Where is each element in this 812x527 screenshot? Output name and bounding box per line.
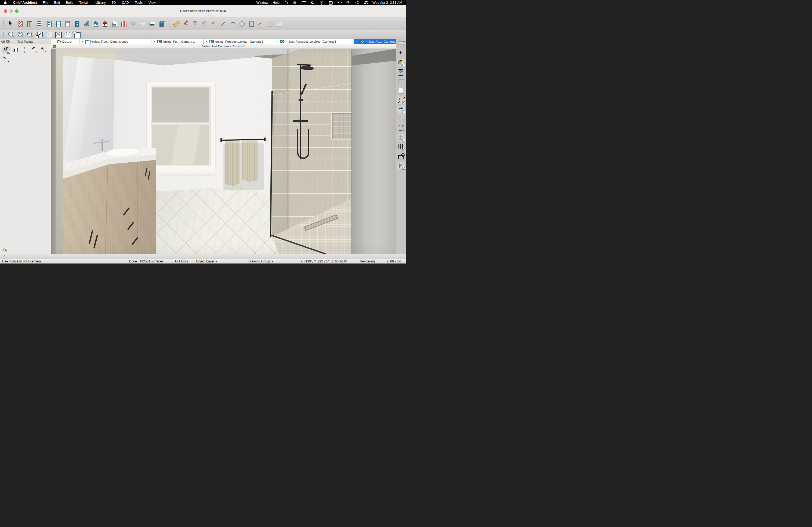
- grid-display-icon[interactable]: [397, 134, 405, 141]
- auto-rebuild-floor-icon[interactable]: [397, 59, 405, 66]
- build-floor-icon[interactable]: [92, 20, 99, 27]
- rebuild-3d-icon[interactable]: [397, 69, 405, 75]
- rectangle-outline-icon[interactable]: [397, 78, 405, 85]
- shed-icon[interactable]: [120, 20, 127, 27]
- layer-sets-icon[interactable]: [397, 40, 405, 47]
- toolbar-drag-handle[interactable]: [2, 21, 5, 27]
- soffit-icon[interactable]: [148, 20, 156, 27]
- tab-close-icon[interactable]: [153, 40, 156, 43]
- select-3d-objects-tool[interactable]: [2, 55, 10, 63]
- minimize-window-button[interactable]: [10, 10, 13, 13]
- point-camera-tool[interactable]: [40, 46, 47, 54]
- build-roof-icon[interactable]: [102, 20, 108, 27]
- menu-edit[interactable]: Edit: [54, 1, 60, 4]
- window-icon[interactable]: [55, 20, 61, 27]
- zoom-window-button[interactable]: [15, 10, 18, 13]
- menu-library[interactable]: Library: [95, 1, 105, 4]
- keyboard-switcher-icon[interactable]: [328, 1, 333, 5]
- tab-floor-plan[interactable]: *miles: Floo... Dimensioned: [79, 39, 151, 44]
- status-floors[interactable]: All Floors: [175, 259, 188, 263]
- pan-camera-tool[interactable]: [12, 46, 19, 54]
- battery-icon[interactable]: [337, 1, 342, 5]
- screen-recording-icon[interactable]: [319, 1, 324, 5]
- palette-settings-gear-icon[interactable]: [2, 248, 9, 253]
- focus-moon-icon[interactable]: [310, 1, 315, 5]
- toolbar-drag-handle[interactable]: [2, 32, 5, 37]
- menu-view[interactable]: View: [148, 1, 156, 4]
- menu-terrain[interactable]: Terrain: [79, 1, 89, 4]
- perspective-crop-icon[interactable]: [397, 153, 405, 160]
- orbit-sideways-tool[interactable]: [30, 46, 38, 54]
- skylight-icon[interactable]: [139, 20, 146, 27]
- tab-close-icon[interactable]: [53, 40, 56, 43]
- menu-clock[interactable]: Wed Apr 2 2:31 AM: [373, 1, 402, 4]
- move-camera-tool[interactable]: [21, 46, 28, 54]
- menu-cad[interactable]: CAD: [122, 1, 129, 4]
- tab-dashboard[interactable]: Da...rd: [51, 39, 79, 44]
- electrical-outlet-icon[interactable]: [73, 20, 80, 27]
- snap-grid-icon[interactable]: [397, 144, 405, 151]
- tab-close-icon[interactable]: [205, 40, 208, 43]
- text-scaling-icon[interactable]: [397, 96, 405, 104]
- tab-camera-6[interactable]: *miles: Perspect...rview - Camera 6: [204, 39, 274, 44]
- text-with-arrow-icon[interactable]: [182, 20, 189, 27]
- cad-line-icon[interactable]: [220, 20, 227, 27]
- tab-close-icon[interactable]: [81, 40, 84, 43]
- 3d-viewport[interactable]: [51, 49, 396, 254]
- tab-camera-8[interactable]: *miles: Perspecti...erview - Camera 8: [274, 39, 354, 44]
- close-window-button[interactable]: [4, 10, 7, 13]
- view-close-icon[interactable]: [53, 45, 56, 48]
- cad-circle-icon[interactable]: [238, 20, 245, 27]
- dimension-display-icon[interactable]: [397, 106, 405, 113]
- tab-camera-9-active[interactable]: *miles: Fu...- Camera 9: [354, 39, 399, 44]
- palette-close-icon[interactable]: [1, 40, 5, 43]
- curve-smoothing-icon[interactable]: [397, 115, 405, 122]
- cad-box-icon[interactable]: [248, 20, 255, 27]
- zoom-icon[interactable]: [8, 31, 14, 38]
- control-center-icon[interactable]: [364, 1, 368, 5]
- select-objects-icon[interactable]: [8, 20, 14, 27]
- zoom-out-icon[interactable]: [26, 31, 33, 38]
- toolbar-drag-handle[interactable]: [3, 255, 6, 258]
- crosshair-icon[interactable]: [397, 50, 405, 57]
- tab-close-icon[interactable]: [356, 40, 359, 43]
- tab-close-icon[interactable]: [276, 40, 278, 43]
- rich-text-icon[interactable]: [191, 20, 199, 27]
- menu-3d[interactable]: 3D: [112, 1, 116, 4]
- pan-window-icon[interactable]: [73, 31, 80, 38]
- framing-icon[interactable]: [267, 20, 274, 27]
- palette-undock-icon[interactable]: [6, 40, 10, 43]
- menu-window[interactable]: Window: [257, 1, 268, 4]
- menu-tools[interactable]: Tools: [135, 1, 143, 4]
- fill-window-building-icon[interactable]: [64, 31, 71, 38]
- menu-file[interactable]: File: [43, 1, 48, 4]
- door-icon[interactable]: [45, 20, 52, 27]
- print-preview-icon[interactable]: [397, 87, 405, 94]
- display-mirroring-icon[interactable]: [302, 1, 306, 5]
- straight-wall-icon[interactable]: [17, 20, 24, 27]
- curved-wall-icon[interactable]: [36, 20, 43, 27]
- stairs-icon[interactable]: [83, 20, 90, 27]
- spotlight-search-icon[interactable]: [355, 1, 359, 5]
- zoom-to-selected-icon[interactable]: [36, 31, 43, 38]
- fill-window-icon[interactable]: [55, 31, 61, 38]
- cad-arc-icon[interactable]: [229, 20, 236, 27]
- orbit-camera-tool[interactable]: [2, 46, 10, 54]
- menu-app-name[interactable]: Chief Architect: [13, 1, 37, 4]
- cad-detail-icon[interactable]: CAD: [276, 20, 283, 27]
- menu-help[interactable]: Help: [273, 1, 279, 4]
- show-axes-icon[interactable]: [397, 125, 405, 132]
- menu-build[interactable]: Build: [66, 1, 73, 4]
- cad-spline-icon[interactable]: [257, 20, 264, 27]
- apple-menu-icon[interactable]: [4, 1, 7, 4]
- hearing-icon[interactable]: [284, 1, 288, 5]
- cabinet-icon[interactable]: [64, 20, 71, 27]
- undo-zoom-icon[interactable]: [45, 31, 52, 38]
- straight-railing-icon[interactable]: [26, 20, 33, 27]
- chrome-icon[interactable]: [293, 1, 297, 5]
- ray-casting-icon[interactable]: [397, 162, 405, 169]
- dimension-ruler-icon[interactable]: [173, 20, 180, 27]
- tab-camera-1[interactable]: *miles: Fu...- Camera 1: [151, 39, 204, 44]
- roof-plane-icon[interactable]: [130, 20, 137, 27]
- zoom-in-icon[interactable]: [17, 31, 24, 38]
